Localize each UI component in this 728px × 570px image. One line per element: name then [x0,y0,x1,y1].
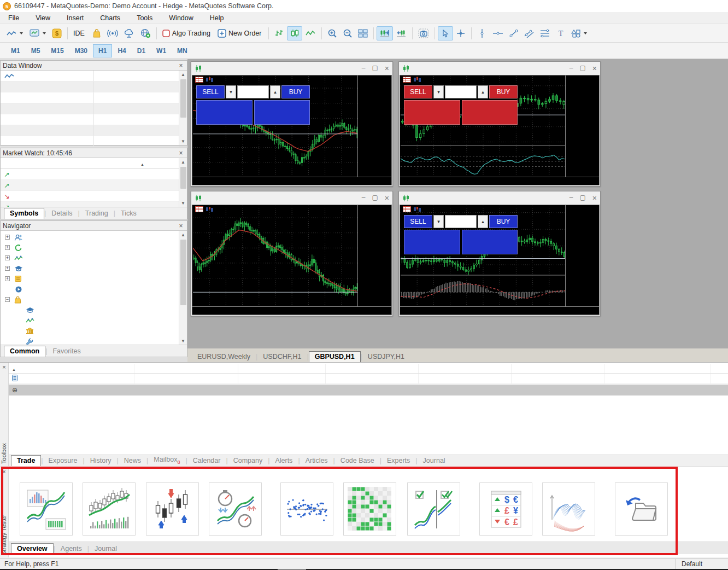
close-icon[interactable]: × [177,222,185,230]
volume-input[interactable] [237,85,269,98]
strategy-tester-tile-candles-volume[interactable] [83,482,136,536]
volume-decrease-button[interactable]: ▾ [226,85,236,98]
minimize-icon[interactable]: – [362,194,366,202]
timeframe-h4[interactable]: H4 [112,44,131,57]
chart-window-eurusd-weekly[interactable]: –▢×SELL▾▴BUY [191,61,393,187]
chart-type-button[interactable] [3,26,26,40]
chart-canvas[interactable]: SELL▾▴BUY [400,205,600,315]
timeframe-h1[interactable]: H1 [93,44,112,57]
market-watch-row-eurusd[interactable]: ↗ [1,180,179,191]
toolbox-tab-experts[interactable]: Experts [381,456,415,466]
strategy-tester-tile-speed-test[interactable] [209,482,262,536]
table-row[interactable] [9,374,728,384]
close-icon[interactable]: × [177,62,185,69]
sort-ascending-icon[interactable]: ▲ [140,162,144,166]
chart-window-usdchf-h1[interactable]: –▢× [191,191,393,316]
shift-back-button[interactable] [393,26,409,40]
toolbox-tab-code-base[interactable]: Code Base [335,456,380,466]
strategy-tester-tile-trade-signals[interactable] [146,482,199,536]
scroll-up-icon[interactable]: ▲ [179,158,187,166]
new-chart-button[interactable] [26,26,49,40]
navigator-item-market[interactable]: − [1,294,179,305]
market-watch-scrollbar[interactable]: ▲ ▼ [179,158,187,207]
navigator-item-expert-advisors[interactable]: + [1,263,179,274]
chart-window-titlebar[interactable]: –▢× [191,191,392,204]
chart-canvas[interactable]: SELL▾▴BUY [400,75,600,185]
menu-insert[interactable]: Insert [58,13,92,24]
minimize-icon[interactable]: – [570,194,573,202]
sell-price[interactable] [404,100,460,125]
buy-price[interactable] [462,100,518,125]
scroll-down-icon[interactable]: ▼ [179,337,187,345]
chart-window-titlebar[interactable]: –▢× [399,62,600,74]
volume-decrease-button[interactable]: ▾ [433,215,444,228]
fibonacci-tool-button[interactable] [537,26,553,40]
column-header-type[interactable] [326,364,419,373]
navigator-scrollbar[interactable]: ▲ ▼ [179,231,187,345]
scroll-down-icon[interactable]: ▼ [179,199,187,207]
navigator-item-services[interactable] [1,284,179,294]
cursor-tool-button[interactable] [438,26,453,40]
market-button[interactable] [89,26,104,40]
strategy-tester-tile-forward-test[interactable] [407,482,460,536]
volume-increase-button[interactable]: ▴ [270,85,280,98]
toolbox-tab-journal[interactable]: Journal [418,456,451,466]
navigator-item-experts[interactable] [1,305,179,315]
navigator-item-libraries[interactable] [1,325,179,336]
volume-input[interactable] [445,85,477,98]
community-button[interactable] [137,26,154,40]
algo-trading-button[interactable]: Algo Trading [160,26,215,40]
chart-tab-gbpusd,h1[interactable]: GBPUSD,H1 [309,351,361,362]
tab-ticks[interactable]: Ticks [115,208,142,219]
expand-icon[interactable]: + [5,255,10,260]
timeframe-m1[interactable]: M1 [5,44,26,57]
tab-common[interactable]: Common [4,346,45,357]
new-order-button[interactable]: New Order [215,26,266,40]
trendline-tool-button[interactable] [506,26,521,40]
scroll-up-icon[interactable]: ▲ [179,71,187,78]
buy-button[interactable]: BUY [281,85,310,98]
buy-button[interactable]: BUY [489,85,518,98]
navigator-item-subscriptions[interactable]: + [1,242,179,253]
volume-decrease-button[interactable]: ▾ [433,85,444,98]
scroll-down-icon[interactable]: ▼ [179,137,187,145]
close-icon[interactable]: × [385,64,389,73]
column-header-volume[interactable] [419,364,512,373]
volume-increase-button[interactable]: ▴ [478,215,488,228]
signals-button[interactable] [104,26,121,40]
sort-ascending-icon[interactable]: ▲ [12,368,16,371]
data-window-scrollbar[interactable]: ▲ ▼ [179,71,187,145]
tab-symbols[interactable]: Symbols [4,208,44,219]
market-watch-row-usdchf[interactable]: ↗ [1,169,179,180]
line-chart-button[interactable] [302,26,319,40]
navigator-item-scripts[interactable]: + [1,274,179,284]
chart-window-titlebar[interactable]: –▢× [191,62,392,74]
chart-window-gbpusd-h1[interactable]: –▢×SELL▾▴BUY [398,61,601,187]
minimize-icon[interactable]: – [570,64,573,73]
symbols-button[interactable]: $ [49,26,64,40]
column-header-time[interactable] [238,364,326,373]
market-watch-row-gbpusd[interactable]: ↘ [1,191,179,202]
maximize-icon[interactable]: ▢ [579,64,585,73]
timeframe-m30[interactable]: M30 [69,44,93,57]
chart-window-titlebar[interactable]: –▢× [399,191,600,204]
candlestick-chart-button[interactable] [287,26,302,40]
chart-canvas[interactable]: SELL▾▴BUY [192,75,392,185]
toolbox-tab-articles[interactable]: Articles [300,456,333,466]
buy-button[interactable]: BUY [489,215,518,228]
menu-view[interactable]: View [27,13,58,24]
market-watch-column-headers[interactable]: ▲ [1,158,179,169]
buy-price[interactable] [462,230,518,254]
expand-icon[interactable]: + [5,276,10,281]
strategy-tester-tile-report-analysis[interactable] [20,482,73,536]
strategy-tester-tile-scatter-cloud[interactable] [280,482,333,536]
zoom-out-button[interactable] [340,26,355,40]
crosshair-tool-button[interactable] [453,26,468,40]
collapse-icon[interactable]: − [5,297,10,302]
vps-cloud-button[interactable] [121,26,137,40]
buy-price[interactable] [254,100,310,125]
scroll-up-icon[interactable]: ▲ [179,231,187,239]
menu-help[interactable]: Help [202,13,232,24]
toolbox-tab-company[interactable]: Company [228,456,268,466]
menu-tools[interactable]: Tools [128,13,161,24]
